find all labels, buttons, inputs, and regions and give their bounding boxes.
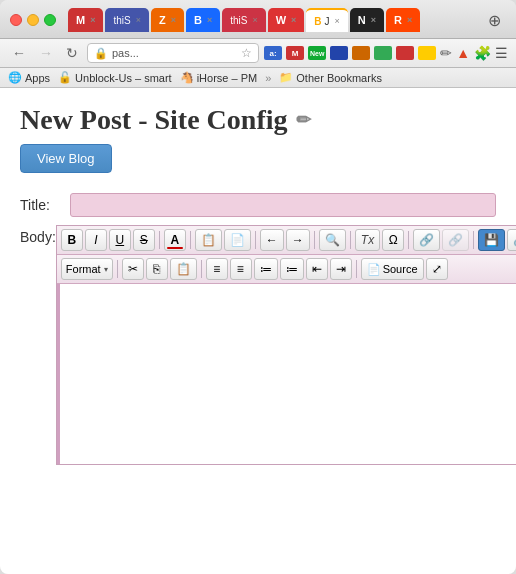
underline-button[interactable]: U — [109, 229, 131, 251]
body-row: Body: B I U S A 📋 📄 — [20, 225, 496, 465]
forward-button[interactable]: → — [35, 43, 57, 63]
format-dropdown-icon: ▾ — [104, 265, 108, 274]
maximize-button[interactable] — [44, 14, 56, 26]
special-char-button[interactable]: Ω — [382, 229, 404, 251]
align-left-button[interactable]: ≡ — [206, 258, 228, 280]
form-area: Title: Body: B I U S A — [0, 183, 516, 483]
tab-close-n[interactable]: × — [371, 15, 376, 25]
strikethrough-button[interactable]: S — [133, 229, 155, 251]
tab-close-thesi[interactable]: × — [136, 15, 141, 25]
new-tab-button[interactable]: ⊕ — [483, 9, 506, 31]
extension-icon-5[interactable] — [374, 46, 392, 60]
tab-close-w[interactable]: × — [291, 15, 296, 25]
page-content: New Post - Site Config ✏ View Blog Title… — [0, 88, 516, 574]
bookmark-unblock[interactable]: 🔓 Unblock-Us – smart — [58, 71, 172, 84]
title-input[interactable] — [70, 193, 496, 217]
ihorse-icon: 🐴 — [180, 71, 194, 84]
bookmark-apps-label: Apps — [25, 72, 50, 84]
save-button[interactable]: 💾 — [478, 229, 505, 251]
paste-button[interactable]: 📋 — [170, 258, 197, 280]
page-title: New Post - Site Config ✏ — [20, 104, 496, 136]
extension-icon-2[interactable]: M — [286, 46, 304, 60]
redo-button[interactable]: → — [286, 229, 310, 251]
title-label: Title: — [20, 197, 70, 213]
back-button[interactable]: ← — [8, 43, 30, 63]
minimize-button[interactable] — [27, 14, 39, 26]
tab-n[interactable]: N × — [350, 8, 384, 32]
unordered-list-button[interactable]: ≔ — [254, 258, 278, 280]
tab-close-thisi2[interactable]: × — [252, 15, 257, 25]
folder-icon: 📁 — [279, 71, 293, 84]
tab-close-r[interactable]: × — [407, 15, 412, 25]
toolbar-separator-5 — [350, 231, 351, 249]
nav-icons: a: M New ✏ ▲ 🧩 ☰ — [264, 45, 508, 61]
address-bar[interactable]: 🔒 pas... ☆ — [87, 43, 259, 63]
edit-title-icon[interactable]: ✏ — [296, 109, 311, 131]
bookmarks-more[interactable]: » — [265, 72, 271, 84]
copy-button[interactable]: ⎘ — [146, 258, 168, 280]
cut-button[interactable]: ✂ — [122, 258, 144, 280]
align-center-button[interactable]: ≡ — [230, 258, 252, 280]
unblock-icon: 🔓 — [58, 71, 72, 84]
close-button[interactable] — [10, 14, 22, 26]
format-select[interactable]: Format ▾ — [61, 258, 113, 280]
bookmark-unblock-label: Unblock-Us – smart — [75, 72, 172, 84]
paste-text-button[interactable]: 📋 — [195, 229, 222, 251]
source-button[interactable]: 📄 Source — [361, 258, 424, 280]
tab-close-behance[interactable]: × — [207, 15, 212, 25]
fullscreen-button[interactable]: ⤢ — [426, 258, 448, 280]
undo-button[interactable]: ← — [260, 229, 284, 251]
link-button[interactable]: 🔗 — [413, 229, 440, 251]
refresh-button[interactable]: ↻ — [62, 43, 82, 63]
paste-word-button[interactable]: 📄 — [224, 229, 251, 251]
tab-thisi2[interactable]: thiS × — [222, 8, 266, 32]
menu-icon[interactable]: ☰ — [495, 45, 508, 61]
tab-w[interactable]: W × — [268, 8, 305, 32]
tab-bj[interactable]: B J × — [306, 8, 348, 32]
google-drive-icon[interactable]: ▲ — [456, 45, 470, 61]
bold-button[interactable]: B — [61, 229, 83, 251]
extension-icon-6[interactable] — [396, 46, 414, 60]
tab-r[interactable]: R × — [386, 8, 420, 32]
bottom-separator-3 — [356, 260, 357, 278]
format-select-label: Format — [66, 263, 101, 275]
pencil-icon[interactable]: ✏ — [440, 45, 452, 61]
editor-body[interactable] — [57, 284, 516, 464]
bottom-separator-1 — [117, 260, 118, 278]
unlink-button[interactable]: 🔗 — [442, 229, 469, 251]
decrease-indent-button[interactable]: ⇤ — [306, 258, 328, 280]
puzzle-icon[interactable]: 🧩 — [474, 45, 491, 61]
extension-icon-7[interactable] — [418, 46, 436, 60]
toolbar-separator-7 — [473, 231, 474, 249]
bookmark-star-icon[interactable]: ☆ — [241, 46, 252, 60]
tab-thesi[interactable]: thiS × — [105, 8, 149, 32]
tab-close-z[interactable]: × — [171, 15, 176, 25]
title-row: Title: — [20, 193, 496, 217]
editor-container: B I U S A 📋 📄 ← → — [56, 225, 516, 465]
extension-icon-1[interactable]: a: — [264, 46, 282, 60]
find-button[interactable]: 🔍 — [319, 229, 346, 251]
tab-z[interactable]: Z × — [151, 8, 184, 32]
increase-indent-button[interactable]: ⇥ — [330, 258, 352, 280]
nav-bar: ← → ↻ 🔒 pas... ☆ a: M New ✏ ▲ 🧩 ☰ — [0, 39, 516, 68]
bookmark-apps[interactable]: 🌐 Apps — [8, 71, 50, 84]
ordered-list-button[interactable]: ≔ — [280, 258, 304, 280]
italic-button[interactable]: I — [85, 229, 107, 251]
bookmark-ihorse[interactable]: 🐴 iHorse – PM — [180, 71, 258, 84]
bookmark-other[interactable]: 📁 Other Bookmarks — [279, 71, 382, 84]
editor-toolbar-top: B I U S A 📋 📄 ← → — [57, 226, 516, 255]
extension-icon-new[interactable]: New — [308, 46, 326, 60]
traffic-lights — [10, 14, 56, 26]
font-color-button[interactable]: A — [164, 229, 186, 251]
toolbar-separator-6 — [408, 231, 409, 249]
view-blog-button[interactable]: View Blog — [20, 144, 112, 173]
save-link-button[interactable]: 🔗 — [507, 229, 516, 251]
extension-icon-4[interactable] — [352, 46, 370, 60]
extension-icon-3[interactable] — [330, 46, 348, 60]
tab-behance[interactable]: B × — [186, 8, 220, 32]
address-text: pas... — [112, 47, 237, 59]
tab-gmail[interactable]: M × — [68, 8, 103, 32]
clear-formatting-button[interactable]: Tx — [355, 229, 380, 251]
tab-close-bj[interactable]: × — [335, 16, 340, 26]
tab-close-gmail[interactable]: × — [90, 15, 95, 25]
